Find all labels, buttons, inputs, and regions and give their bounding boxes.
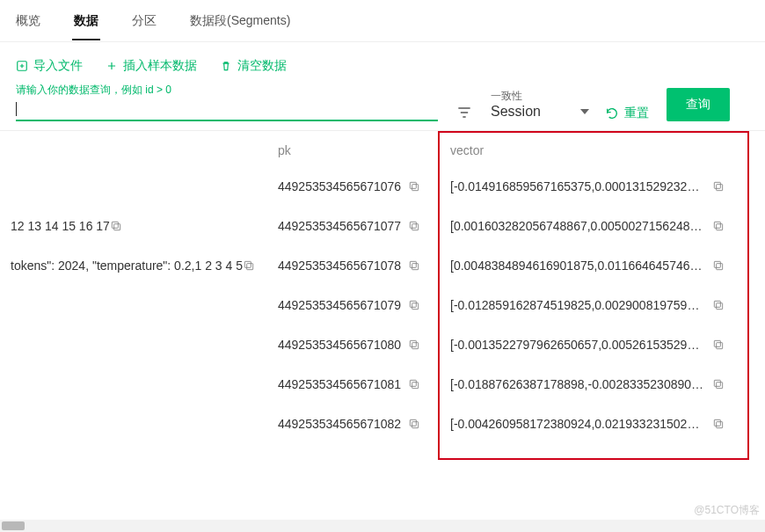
svg-rect-2 xyxy=(410,182,416,188)
copy-icon[interactable] xyxy=(408,220,420,232)
query-button[interactable]: 查询 xyxy=(667,88,730,121)
copy-icon[interactable] xyxy=(408,299,420,311)
copy-icon[interactable] xyxy=(408,418,420,430)
table-wrap: pk vector 449253534565671076[-0.01491685… xyxy=(0,130,765,499)
consistency-label: 一致性 xyxy=(491,90,587,104)
scrollbar-thumb[interactable] xyxy=(2,521,25,530)
svg-rect-3 xyxy=(717,184,723,190)
copy-icon[interactable] xyxy=(408,339,420,351)
query-field-wrap: 请输入你的数据查询，例如 id > 0 xyxy=(16,86,438,121)
svg-rect-10 xyxy=(714,222,720,228)
svg-rect-9 xyxy=(717,223,723,230)
cell-vector: [-0.012859162874519825,0.002900819759815… xyxy=(441,298,733,312)
svg-rect-19 xyxy=(717,302,723,309)
cell-vector: [-0.004260958172380924,0.021933231502771… xyxy=(441,417,733,431)
tabs-bar: 概览 数据 分区 数据段(Segments) xyxy=(0,0,765,42)
consistency-select[interactable]: 一致性 Session xyxy=(491,90,587,121)
svg-rect-27 xyxy=(717,382,723,388)
svg-rect-15 xyxy=(717,263,723,269)
query-row: 请输入你的数据查询，例如 id > 0 一致性 Session 重置 查询 xyxy=(0,86,765,130)
import-file-button[interactable]: 导入文件 xyxy=(16,58,83,74)
text-cursor xyxy=(16,102,17,116)
svg-rect-8 xyxy=(410,222,416,228)
table-row: 449253534565671080[-0.001352279796265065… xyxy=(0,324,765,364)
svg-rect-28 xyxy=(714,380,720,386)
cell-pk: 449253534565671077 xyxy=(278,219,441,233)
svg-rect-25 xyxy=(412,382,419,388)
tab-segments[interactable]: 数据段(Segments) xyxy=(188,3,292,40)
svg-rect-17 xyxy=(412,302,419,309)
horizontal-scrollbar[interactable] xyxy=(0,520,765,532)
svg-rect-24 xyxy=(714,340,720,346)
col-pk: pk xyxy=(278,143,441,157)
copy-icon[interactable] xyxy=(712,220,725,232)
cell-pk: 449253534565671079 xyxy=(278,298,441,312)
cell-pk: 449253534565671080 xyxy=(278,338,441,352)
filter-icon[interactable] xyxy=(455,104,473,121)
svg-rect-12 xyxy=(244,261,251,267)
table-row: 449253534565671079[-0.012859162874519825… xyxy=(0,285,765,324)
insert-label: 插入样本数据 xyxy=(123,58,197,74)
col-vector: vector xyxy=(441,143,733,157)
cell-col1: 12 13 14 15 16 17 xyxy=(0,219,278,233)
plus-icon xyxy=(106,60,118,72)
clear-data-button[interactable]: 清空数据 xyxy=(220,58,287,74)
copy-icon[interactable] xyxy=(243,259,255,272)
table-row: 449253534565671082[-0.004260958172380924… xyxy=(0,404,765,443)
copy-icon[interactable] xyxy=(712,299,725,311)
tab-partition[interactable]: 分区 xyxy=(130,3,158,40)
copy-icon[interactable] xyxy=(712,378,725,390)
consistency-value: Session xyxy=(491,103,587,121)
svg-rect-18 xyxy=(410,301,416,307)
table-row: tokens": 2024, "temperature": 0.2,1 2 3 … xyxy=(0,245,765,285)
svg-rect-11 xyxy=(247,263,253,269)
svg-rect-23 xyxy=(717,342,723,348)
reset-label: 重置 xyxy=(624,106,649,121)
watermark: @51CTO博客 xyxy=(694,503,760,518)
svg-rect-5 xyxy=(114,223,120,230)
insert-sample-button[interactable]: 插入样本数据 xyxy=(106,58,197,74)
svg-rect-6 xyxy=(112,222,118,228)
copy-icon[interactable] xyxy=(712,418,725,430)
cell-vector: [0.0048384894616901875,0.011664645746350… xyxy=(441,259,733,273)
copy-icon[interactable] xyxy=(408,378,420,390)
svg-rect-30 xyxy=(410,419,416,426)
svg-rect-20 xyxy=(714,301,720,307)
copy-icon[interactable] xyxy=(712,259,725,272)
reset-button[interactable]: 重置 xyxy=(605,106,649,121)
refresh-icon xyxy=(605,106,619,120)
copy-icon[interactable] xyxy=(408,180,420,193)
chevron-down-icon xyxy=(580,102,589,118)
cell-vector: [0.001603282056748867,0.0050027156248688… xyxy=(441,219,733,233)
svg-rect-21 xyxy=(412,342,419,348)
cell-col1: tokens": 2024, "temperature": 0.2,1 2 3 … xyxy=(0,259,278,273)
toolbar: 导入文件 插入样本数据 清空数据 xyxy=(0,42,765,86)
table-header: pk vector xyxy=(0,131,765,166)
table-row: 449253534565671076[-0.014916859567165375… xyxy=(0,166,765,206)
copy-icon[interactable] xyxy=(408,259,420,272)
copy-icon[interactable] xyxy=(712,339,725,351)
table-row: 449253534565671081[-0.01887626387178898,… xyxy=(0,364,765,404)
tab-overview[interactable]: 概览 xyxy=(14,3,42,40)
copy-icon[interactable] xyxy=(712,180,725,193)
svg-rect-22 xyxy=(410,340,416,346)
svg-rect-4 xyxy=(714,182,720,188)
svg-rect-32 xyxy=(714,419,720,426)
svg-rect-7 xyxy=(412,223,419,230)
import-icon xyxy=(16,60,28,72)
clear-label: 清空数据 xyxy=(237,58,287,74)
cell-pk: 449253534565671081 xyxy=(278,377,441,391)
svg-rect-16 xyxy=(714,261,720,267)
query-label: 请输入你的数据查询，例如 id > 0 xyxy=(16,83,171,98)
trash-icon xyxy=(220,60,232,72)
svg-rect-31 xyxy=(717,421,723,427)
svg-rect-29 xyxy=(412,421,419,427)
tab-data[interactable]: 数据 xyxy=(72,3,100,40)
copy-icon[interactable] xyxy=(110,220,122,232)
cell-pk: 449253534565671078 xyxy=(278,259,441,273)
svg-rect-13 xyxy=(412,263,419,269)
cell-vector: [-0.014916859567165375,0.000131529232021… xyxy=(441,179,733,193)
cell-vector: [-0.01887626387178898,-0.002833523089066… xyxy=(441,377,733,391)
table-row: 12 13 14 15 16 17449253534565671077[0.00… xyxy=(0,206,765,245)
cell-pk: 449253534565671076 xyxy=(278,179,441,193)
